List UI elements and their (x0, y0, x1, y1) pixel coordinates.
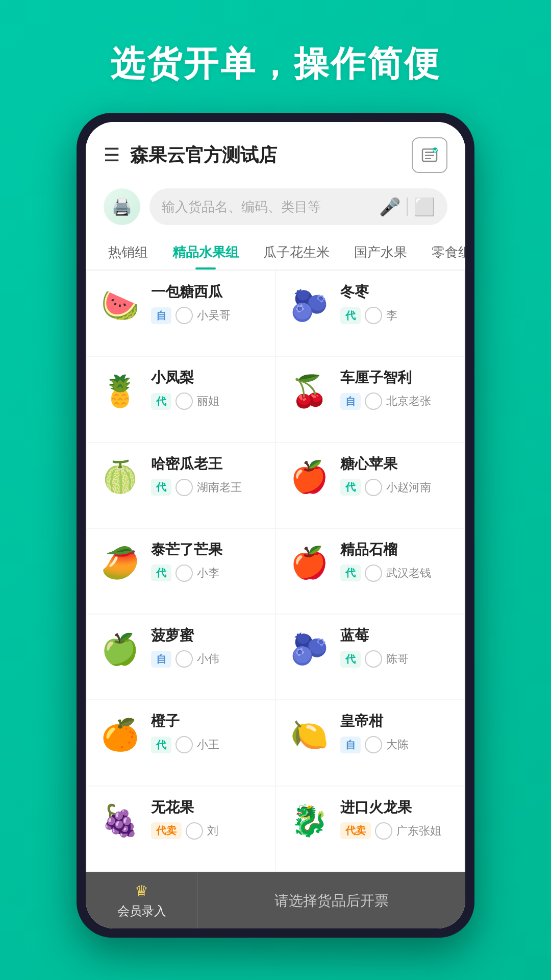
search-bar: 🖨️ 输入货品名、编码、类目等 🎤 ⬜ (86, 181, 465, 235)
search-divider (407, 198, 408, 216)
seller-name-9: 小伟 (197, 651, 219, 667)
product-item-11[interactable]: 🍊 橙子 代 小王 (87, 700, 275, 785)
category-tabs: 热销组精品水果组瓜子花生米国产水果零食组1零食 (86, 235, 465, 270)
app-header: ☰ 森果云官方测试店 (86, 122, 465, 181)
seller-avatar-13 (186, 822, 203, 840)
product-tag-12: 自 (340, 737, 361, 753)
product-tag-11: 代 (151, 737, 171, 753)
product-info-13: 无花果 代卖 刘 (151, 798, 265, 840)
product-item-9[interactable]: 🍏 菠萝蜜 自 小伟 (87, 615, 275, 699)
search-input-wrap[interactable]: 输入货品名、编码、类目等 🎤 ⬜ (149, 188, 447, 225)
product-item-5[interactable]: 🍈 哈密瓜老王 代 湖南老王 (87, 443, 275, 528)
page-headline: 选货开单，操作简便 (110, 41, 441, 87)
product-name-6: 糖心苹果 (340, 454, 454, 474)
seller-name-14: 广东张姐 (396, 823, 441, 839)
seller-name-4: 北京老张 (386, 394, 431, 409)
seller-avatar-4 (365, 393, 382, 410)
product-meta-9: 自 小伟 (151, 650, 265, 668)
seller-name-3: 丽姐 (197, 394, 219, 409)
seller-name-10: 陈哥 (386, 651, 409, 667)
svg-rect-1 (425, 152, 434, 153)
fruit-image-1: 🍉 (97, 282, 143, 328)
product-tag-14: 代卖 (340, 822, 371, 839)
member-entry-button[interactable]: ♛ 会员录入 (86, 873, 198, 928)
fruit-image-10: 🫐 (286, 626, 332, 672)
fruit-image-5: 🍈 (97, 454, 143, 500)
product-tag-4: 自 (340, 393, 361, 410)
seller-avatar-2 (365, 307, 382, 324)
product-item-14[interactable]: 🐉 进口火龙果 代卖 广东张姐 (276, 787, 464, 871)
product-grid: 🍉 一包糖西瓜 自 小吴哥 🫐 冬枣 代 李 🍍 小凤梨 代 (86, 270, 465, 872)
product-name-1: 一包糖西瓜 (151, 282, 265, 302)
product-tag-6: 代 (340, 479, 361, 496)
product-meta-3: 代 丽姐 (151, 393, 265, 410)
product-meta-8: 代 武汉老钱 (340, 565, 454, 582)
product-item-12[interactable]: 🍋 皇帝柑 自 大陈 (276, 700, 464, 785)
product-item-2[interactable]: 🫐 冬枣 代 李 (276, 271, 464, 356)
product-info-1: 一包糖西瓜 自 小吴哥 (151, 282, 265, 324)
product-name-9: 菠萝蜜 (151, 626, 265, 645)
invoice-button[interactable]: 请选择货品后开票 (198, 891, 465, 911)
crown-icon: ♛ (135, 882, 148, 900)
seller-name-2: 李 (386, 308, 397, 323)
product-info-2: 冬枣 代 李 (340, 282, 454, 324)
menu-icon[interactable]: ☰ (104, 144, 120, 166)
product-item-10[interactable]: 🫐 蓝莓 代 陈哥 (276, 615, 464, 699)
product-item-6[interactable]: 🍎 糖心苹果 代 小赵河南 (276, 443, 464, 528)
product-meta-14: 代卖 广东张姐 (340, 822, 454, 840)
product-tag-7: 代 (151, 565, 171, 581)
product-info-8: 精品石榴 代 武汉老钱 (340, 540, 454, 582)
product-tag-3: 代 (151, 393, 171, 410)
product-tag-13: 代卖 (151, 822, 182, 839)
microphone-icon[interactable]: 🎤 (379, 197, 400, 217)
cart-button[interactable] (412, 137, 447, 173)
product-info-9: 菠萝蜜 自 小伟 (151, 626, 265, 668)
product-item-4[interactable]: 🍒 车厘子智利 自 北京老张 (276, 357, 464, 442)
product-tag-1: 自 (151, 307, 171, 324)
member-label: 会员录入 (117, 903, 166, 919)
tab-melon-peanut[interactable]: 瓜子花生米 (251, 235, 342, 270)
product-meta-4: 自 北京老张 (340, 393, 454, 410)
scan-icon[interactable]: ⬜ (414, 197, 435, 217)
svg-rect-2 (425, 155, 434, 156)
seller-name-8: 武汉老钱 (386, 566, 431, 581)
seller-avatar-8 (365, 565, 382, 582)
product-name-12: 皇帝柑 (340, 712, 454, 731)
seller-avatar-3 (176, 393, 193, 410)
fruit-image-4: 🍒 (286, 368, 332, 414)
phone-screen: ☰ 森果云官方测试店 🖨️ 输入货品名、编码、类目等 🎤 (86, 122, 465, 928)
product-item-3[interactable]: 🍍 小凤梨 代 丽姐 (87, 357, 275, 442)
fruit-image-3: 🍍 (97, 368, 143, 414)
product-name-13: 无花果 (151, 798, 265, 817)
fruit-image-12: 🍋 (286, 712, 332, 757)
fruit-image-6: 🍎 (286, 454, 332, 500)
product-meta-2: 代 李 (340, 307, 454, 324)
product-name-7: 泰芒了芒果 (151, 540, 265, 559)
tab-premium-fruit[interactable]: 精品水果组 (160, 235, 251, 270)
product-info-3: 小凤梨 代 丽姐 (151, 368, 265, 410)
seller-name-12: 大陈 (386, 737, 409, 752)
invoice-label: 请选择货品后开票 (274, 891, 389, 911)
seller-avatar-11 (176, 736, 193, 753)
shop-title: 森果云官方测试店 (130, 143, 402, 168)
product-info-11: 橙子 代 小王 (151, 712, 265, 753)
product-item-1[interactable]: 🍉 一包糖西瓜 自 小吴哥 (87, 271, 275, 356)
tab-hot[interactable]: 热销组 (96, 235, 160, 270)
seller-name-13: 刘 (207, 823, 218, 839)
seller-avatar-7 (176, 565, 193, 582)
product-item-7[interactable]: 🥭 泰芒了芒果 代 小李 (87, 529, 275, 614)
fruit-image-11: 🍊 (97, 712, 143, 757)
product-meta-6: 代 小赵河南 (340, 479, 454, 496)
seller-name-11: 小王 (197, 737, 219, 752)
print-icon-box[interactable]: 🖨️ (104, 188, 140, 225)
seller-avatar-14 (375, 822, 392, 840)
product-name-11: 橙子 (151, 712, 265, 731)
product-item-13[interactable]: 🍇 无花果 代卖 刘 (87, 787, 275, 871)
product-name-10: 蓝莓 (340, 626, 454, 645)
tab-domestic-fruit[interactable]: 国产水果 (342, 235, 419, 270)
product-meta-13: 代卖 刘 (151, 822, 265, 840)
product-tag-8: 代 (340, 565, 361, 581)
tab-snack1[interactable]: 零食组1 (419, 235, 465, 270)
seller-name-6: 小赵河南 (386, 480, 431, 495)
product-item-8[interactable]: 🍎 精品石榴 代 武汉老钱 (276, 529, 464, 614)
